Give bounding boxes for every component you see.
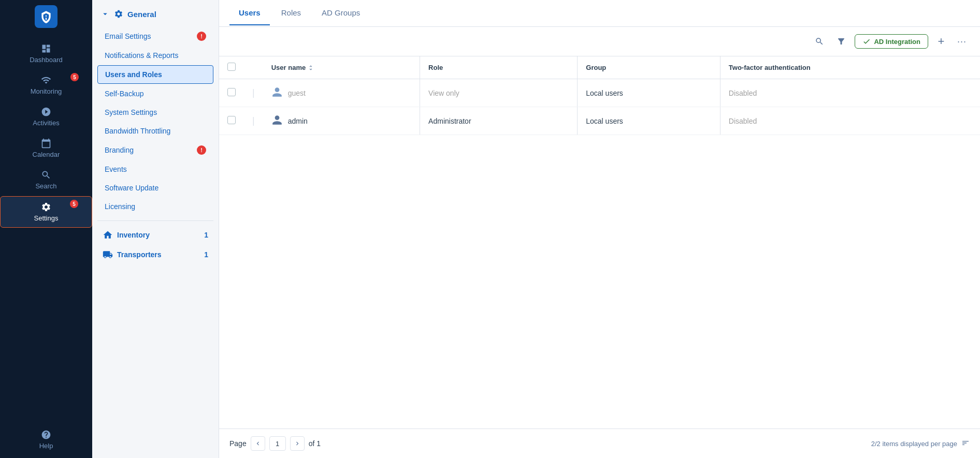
- username-cell-admin: admin: [263, 107, 420, 135]
- sidebar-item-software-update[interactable]: Software Update: [97, 179, 213, 197]
- sidebar-label-email-settings: Email Settings: [105, 32, 151, 40]
- sidebar-item-self-backup[interactable]: Self-Backup: [97, 85, 213, 102]
- user-avatar-icon-admin: [271, 114, 283, 127]
- two-factor-admin: Disabled: [729, 117, 757, 125]
- items-summary: 2/2 items displayed per page: [871, 440, 957, 448]
- row-checkbox-guest[interactable]: [227, 88, 236, 96]
- two-factor-cell-admin: Disabled: [720, 107, 980, 135]
- pagination-right: 2/2 items displayed per page: [871, 439, 970, 449]
- group-column-label: Group: [586, 64, 606, 71]
- nav-help[interactable]: Help: [39, 430, 53, 450]
- branding-badge: !: [197, 145, 206, 155]
- sidebar-item-bandwidth-throttling[interactable]: Bandwidth Throttling: [97, 122, 213, 140]
- row-checkbox-admin[interactable]: [227, 116, 236, 124]
- sidebar-item-users-and-roles[interactable]: Users and Roles: [97, 65, 213, 84]
- toolbar: AD Integration + ···: [219, 27, 980, 56]
- transporters-badge: 1: [204, 250, 208, 259]
- select-all-header[interactable]: [219, 56, 244, 79]
- ad-integration-button[interactable]: AD Integration: [855, 34, 928, 49]
- username-column-header[interactable]: User name: [263, 56, 420, 79]
- sidebar-item-transporters[interactable]: Transporters 1: [97, 245, 213, 264]
- email-settings-badge: !: [197, 32, 206, 41]
- next-page-button[interactable]: [290, 436, 305, 451]
- sidebar-item-search[interactable]: Search: [0, 165, 92, 195]
- app-logo: [35, 5, 57, 28]
- sidebar-item-system-settings[interactable]: System Settings: [97, 104, 213, 121]
- two-factor-guest: Disabled: [729, 89, 757, 97]
- sidebar-item-activities[interactable]: Activities: [0, 101, 92, 132]
- sidebar-label-events: Events: [105, 165, 127, 173]
- group-cell-guest: Local users: [578, 79, 720, 107]
- nav-label-search: Search: [35, 182, 56, 190]
- sidebar-item-monitoring[interactable]: 5 Monitoring: [0, 70, 92, 100]
- sidebar-item-inventory[interactable]: Inventory 1: [97, 225, 213, 245]
- username-sort-icon: [308, 65, 314, 71]
- username-admin: admin: [288, 117, 308, 125]
- sidebar-item-notifications-reports[interactable]: Notifications & Reports: [97, 47, 213, 64]
- sidebar-label-software-update: Software Update: [105, 184, 158, 192]
- ad-integration-label: AD Integration: [874, 38, 920, 46]
- role-cell-admin: Administrator: [420, 107, 578, 135]
- drag-handle-header: [244, 56, 263, 79]
- users-table-area: User name Role Group Two-factor authen: [219, 56, 980, 429]
- add-button[interactable]: +: [933, 34, 949, 49]
- left-navigation: Dashboard 5 Monitoring Activities Calend…: [0, 0, 92, 458]
- sidebar-label-transporters: Transporters: [117, 250, 162, 259]
- current-page-number[interactable]: 1: [269, 436, 286, 451]
- username-guest: guest: [288, 89, 306, 97]
- main-content: Users Roles AD Groups AD Integration + ·…: [219, 0, 980, 458]
- search-icon-button[interactable]: [811, 33, 828, 50]
- role-column-label: Role: [428, 64, 443, 71]
- nav-label-activities: Activities: [33, 119, 59, 127]
- help-label: Help: [39, 442, 53, 450]
- nav-label-settings: Settings: [34, 214, 59, 222]
- sidebar-general-header[interactable]: General: [97, 7, 213, 21]
- table-row[interactable]: | admin Administrator Local users: [219, 107, 980, 135]
- sidebar-item-dashboard[interactable]: Dashboard: [0, 38, 92, 69]
- sidebar-label-branding: Branding: [105, 146, 134, 154]
- sidebar-label-bandwidth: Bandwidth Throttling: [105, 127, 170, 135]
- role-cell-guest: View only: [420, 79, 578, 107]
- sidebar-item-email-settings[interactable]: Email Settings !: [97, 27, 213, 46]
- tab-users[interactable]: Users: [229, 1, 270, 25]
- sidebar-label-system-settings: System Settings: [105, 108, 157, 116]
- two-factor-column-header: Two-factor authentication: [720, 56, 980, 79]
- row-checkbox-cell-admin[interactable]: [219, 107, 244, 135]
- tab-roles[interactable]: Roles: [272, 1, 310, 25]
- role-admin: Administrator: [428, 117, 471, 125]
- username-column-label: User name: [271, 64, 306, 71]
- tab-bar: Users Roles AD Groups: [219, 0, 980, 27]
- drag-handle-admin: |: [244, 107, 263, 135]
- sidebar-panel: General Email Settings ! Notifications &…: [92, 0, 219, 458]
- items-per-page-icon[interactable]: [961, 439, 970, 449]
- sidebar-item-calendar[interactable]: Calendar: [0, 133, 92, 164]
- page-label: Page: [229, 439, 247, 448]
- pagination-bar: Page 1 of 1 2/2 items displayed per page: [219, 429, 980, 458]
- sidebar-label-licensing: Licensing: [105, 202, 135, 211]
- nav-label-calendar: Calendar: [33, 151, 60, 158]
- row-checkbox-cell-guest[interactable]: [219, 79, 244, 107]
- sidebar-label-self-backup: Self-Backup: [105, 90, 143, 98]
- sidebar-item-branding[interactable]: Branding !: [97, 141, 213, 159]
- tab-ad-groups[interactable]: AD Groups: [312, 1, 369, 25]
- user-avatar-icon-guest: [271, 86, 283, 99]
- table-row[interactable]: | guest View only Local users: [219, 79, 980, 107]
- sidebar-label-inventory: Inventory: [117, 231, 150, 239]
- two-factor-cell-guest: Disabled: [720, 79, 980, 107]
- pagination-left: Page 1 of 1: [229, 436, 321, 451]
- sidebar-item-settings[interactable]: 5 Settings: [0, 196, 92, 228]
- inventory-badge: 1: [204, 231, 208, 239]
- sidebar-item-events[interactable]: Events: [97, 160, 213, 178]
- more-options-button[interactable]: ···: [954, 34, 970, 49]
- users-table: User name Role Group Two-factor authen: [219, 56, 980, 135]
- filter-icon-button[interactable]: [833, 33, 849, 50]
- select-all-checkbox[interactable]: [227, 63, 236, 71]
- group-admin: Local users: [586, 117, 623, 125]
- sidebar-section-label: General: [127, 10, 156, 19]
- settings-badge: 5: [70, 200, 78, 208]
- sidebar-divider: [97, 220, 213, 221]
- drag-handle-guest: |: [244, 79, 263, 107]
- prev-page-button[interactable]: [251, 436, 265, 451]
- total-pages-label: of 1: [309, 439, 321, 448]
- sidebar-item-licensing[interactable]: Licensing: [97, 198, 213, 215]
